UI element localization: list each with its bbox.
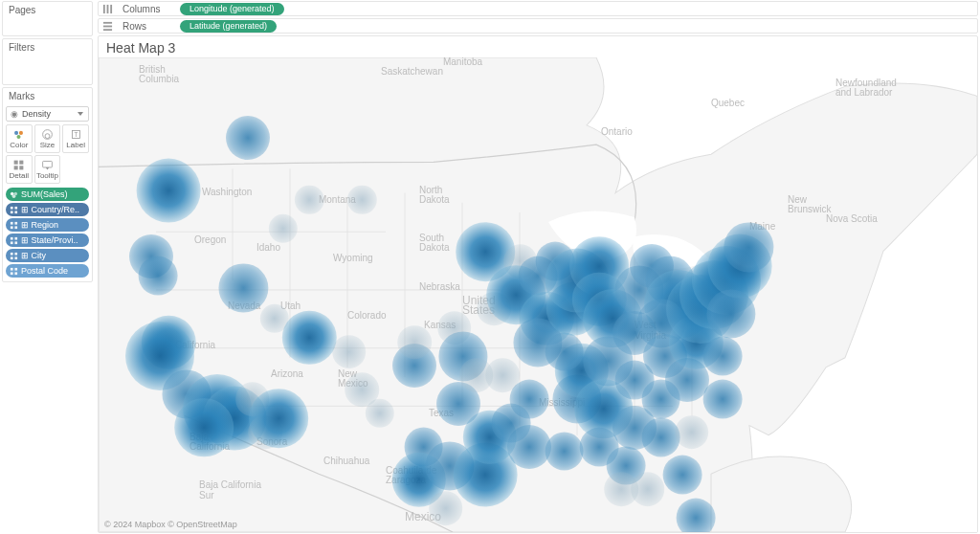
color-swatch-icon xyxy=(9,189,18,199)
density-blob xyxy=(249,415,283,450)
density-blob xyxy=(454,443,518,507)
mark-pill-label: ⊞ Country/Re.. xyxy=(21,205,79,214)
svg-rect-16 xyxy=(14,206,17,209)
mark-pill-5[interactable]: Postal Code xyxy=(6,264,89,278)
rows-pill[interactable]: Latitude (generated) xyxy=(180,20,277,33)
density-icon: ◉ xyxy=(11,109,18,119)
detail-button[interactable]: Detail xyxy=(6,155,33,184)
density-blob xyxy=(555,344,609,397)
svg-point-14 xyxy=(11,194,15,198)
density-blob xyxy=(235,382,270,416)
marks-pill-list: SUM(Sales)⊞ Country/Re..⊞ Region⊞ State/… xyxy=(6,188,89,278)
svg-rect-8 xyxy=(20,161,24,165)
density-blob xyxy=(520,292,573,345)
density-blob xyxy=(456,223,515,282)
label-button[interactable]: T Label xyxy=(62,124,89,153)
density-blob xyxy=(692,246,761,315)
density-blob xyxy=(269,213,298,242)
density-blob xyxy=(536,242,575,281)
density-blob xyxy=(641,380,680,419)
density-blob xyxy=(675,415,709,450)
density-blob xyxy=(183,374,252,443)
svg-rect-22 xyxy=(14,226,17,229)
mark-pill-label: SUM(Sales) xyxy=(21,189,68,199)
density-blob xyxy=(437,311,472,345)
density-blob xyxy=(142,315,195,368)
density-blob xyxy=(615,361,655,400)
density-blob xyxy=(462,411,516,464)
density-blob xyxy=(677,499,716,533)
rows-shelf[interactable]: Rows Latitude (generated) xyxy=(98,18,978,33)
density-blob xyxy=(509,380,548,419)
svg-rect-25 xyxy=(10,241,12,244)
svg-rect-15 xyxy=(10,206,12,209)
density-blob xyxy=(645,256,694,305)
density-blob xyxy=(226,116,270,160)
density-blob xyxy=(702,337,742,376)
color-button[interactable]: Color xyxy=(6,124,33,153)
mark-pill-2[interactable]: ⊞ Region xyxy=(6,218,89,232)
density-blob xyxy=(426,441,475,490)
density-blob xyxy=(507,425,551,469)
density-blob xyxy=(129,234,173,278)
svg-rect-28 xyxy=(14,252,17,255)
svg-rect-29 xyxy=(10,256,12,259)
detail-swatch-icon xyxy=(9,266,18,276)
mark-type-selector[interactable]: ◉ Density xyxy=(6,106,89,122)
density-blob xyxy=(553,375,602,424)
detail-icon xyxy=(12,159,25,171)
density-blob xyxy=(614,265,663,314)
size-button[interactable]: Size xyxy=(34,124,61,153)
density-blob xyxy=(583,289,642,348)
density-blob xyxy=(545,332,584,371)
svg-point-2 xyxy=(17,135,21,139)
mark-pill-1[interactable]: ⊞ Country/Re.. xyxy=(6,203,89,216)
svg-rect-21 xyxy=(10,226,12,229)
density-blob xyxy=(545,432,584,471)
pages-body[interactable] xyxy=(3,18,92,35)
mark-pill-0[interactable]: SUM(Sales) xyxy=(6,188,89,201)
density-blob xyxy=(366,399,394,428)
svg-rect-40 xyxy=(103,29,112,31)
size-icon xyxy=(41,128,54,141)
density-blob xyxy=(332,335,367,369)
svg-rect-10 xyxy=(20,166,24,169)
svg-rect-19 xyxy=(10,221,12,224)
pages-header: Pages xyxy=(3,2,92,18)
density-blob xyxy=(606,446,645,485)
density-blob xyxy=(438,332,487,381)
filters-body[interactable] xyxy=(3,56,92,84)
density-blob xyxy=(345,372,380,407)
svg-rect-7 xyxy=(14,161,18,165)
density-blob xyxy=(666,275,735,344)
columns-label: Columns xyxy=(122,4,170,14)
density-blob xyxy=(429,491,463,525)
detail-swatch-icon xyxy=(9,251,18,260)
columns-shelf[interactable]: Columns Longitude (generated) xyxy=(98,1,978,16)
filters-header: Filters xyxy=(3,39,92,56)
filters-panel: Filters xyxy=(2,38,93,85)
density-blob xyxy=(706,289,755,338)
density-blob xyxy=(485,359,520,393)
mark-pill-3[interactable]: ⊞ State/Provi.. xyxy=(6,234,89,247)
tooltip-icon xyxy=(41,159,54,171)
mark-pill-label: ⊞ City xyxy=(21,251,46,260)
density-blob xyxy=(347,186,376,214)
density-blob xyxy=(137,158,201,222)
columns-pill[interactable]: Longitude (generated) xyxy=(180,3,284,15)
density-blob xyxy=(663,456,702,495)
density-blob xyxy=(630,244,674,288)
color-icon xyxy=(12,128,25,141)
map-canvas[interactable]: BritishColumbiaSaskatchewanManitobaOntar… xyxy=(99,57,977,532)
detail-swatch-icon xyxy=(9,220,18,230)
density-blob xyxy=(584,337,633,386)
label-icon: T xyxy=(70,128,82,141)
svg-rect-35 xyxy=(103,4,105,12)
svg-rect-9 xyxy=(14,166,18,169)
tooltip-button[interactable]: Tooltip xyxy=(34,155,61,184)
mark-pill-4[interactable]: ⊞ City xyxy=(6,249,89,262)
density-blob xyxy=(203,387,267,451)
density-blob xyxy=(643,334,687,378)
svg-rect-11 xyxy=(43,161,53,167)
detail-swatch-icon xyxy=(9,235,18,245)
